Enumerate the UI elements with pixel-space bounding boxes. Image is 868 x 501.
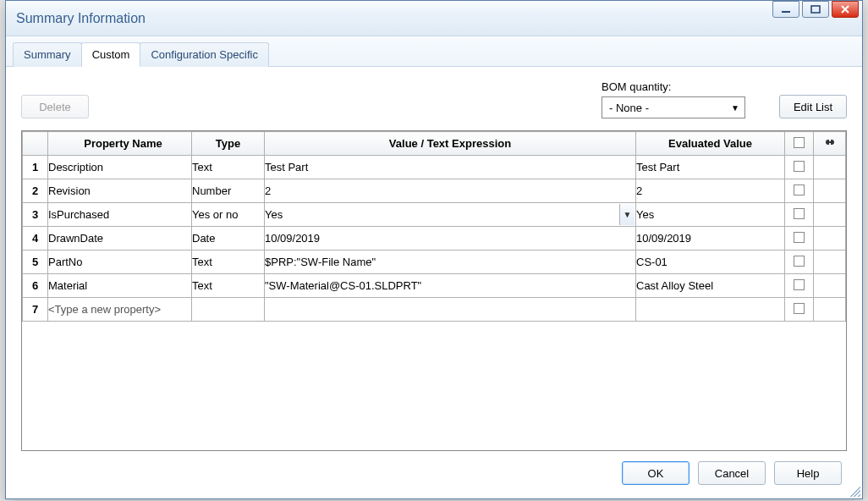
cell-evaluated-value: Yes (636, 203, 785, 227)
content-area: Delete BOM quantity: - None - ▼ Edit Lis… (6, 67, 862, 498)
cancel-button[interactable]: Cancel (698, 461, 766, 485)
cell-evaluated-value: CS-01 (636, 250, 785, 274)
cell-dropdown-button[interactable]: ▼ (619, 204, 635, 225)
cell-checkbox[interactable] (785, 298, 814, 322)
col-header-link[interactable] (814, 132, 846, 156)
svg-rect-1 (811, 6, 820, 13)
tab-configuration-specific[interactable]: Configuration Specific (140, 42, 268, 67)
bom-quantity-value: - None - (609, 102, 649, 114)
cell-type[interactable]: Yes or no (192, 203, 265, 227)
cell-link[interactable] (814, 250, 846, 274)
table-row-new[interactable]: 7<Type a new property> (23, 298, 846, 322)
checkbox-icon (794, 256, 805, 267)
checkbox-icon (794, 303, 805, 314)
close-button[interactable] (832, 1, 859, 18)
close-icon (840, 5, 850, 14)
toolbar-right: BOM quantity: - None - ▼ Edit List (602, 80, 847, 118)
cell-type[interactable]: Text (192, 250, 265, 274)
cell-property-name[interactable]: IsPurchased (48, 203, 192, 227)
window-title: Summary Information (16, 11, 146, 26)
table-row[interactable]: 1DescriptionTextTest PartTest Part (23, 156, 846, 179)
cell-link[interactable] (814, 298, 846, 322)
cell-type[interactable]: Number (192, 179, 265, 203)
cell-evaluated-value: Cast Alloy Steel (636, 274, 785, 298)
empty-cell[interactable] (265, 298, 636, 322)
table-row[interactable]: 4DrawnDateDate10/09/201910/09/2019 (23, 227, 846, 250)
cell-checkbox[interactable] (785, 250, 814, 274)
new-property-placeholder[interactable]: <Type a new property> (48, 298, 192, 322)
col-header-evaluated-value[interactable]: Evaluated Value (636, 132, 785, 156)
checkbox-icon (794, 137, 805, 148)
checkbox-icon (794, 279, 805, 290)
cell-link[interactable] (814, 227, 846, 250)
col-header-checkbox[interactable] (785, 132, 814, 156)
col-header-type[interactable]: Type (192, 132, 265, 156)
edit-list-button[interactable]: Edit List (779, 95, 847, 118)
window-controls (772, 1, 859, 18)
cell-checkbox[interactable] (785, 156, 814, 179)
cell-checkbox[interactable] (785, 179, 814, 203)
cell-evaluated-value: 10/09/2019 (636, 227, 785, 250)
link-icon (822, 137, 838, 147)
checkbox-icon (794, 161, 805, 172)
cell-checkbox[interactable] (785, 227, 814, 250)
cell-property-name[interactable]: PartNo (48, 250, 192, 274)
maximize-icon (810, 5, 821, 14)
row-number: 2 (23, 179, 48, 203)
cell-value-expression[interactable]: Yes▼ (265, 203, 636, 227)
row-number: 6 (23, 274, 48, 298)
minimize-icon (781, 5, 791, 14)
chevron-down-icon: ▼ (731, 103, 739, 113)
help-button[interactable]: Help (774, 461, 842, 485)
cell-link[interactable] (814, 179, 846, 203)
cell-type[interactable]: Date (192, 227, 265, 250)
cell-type[interactable]: Text (192, 274, 265, 298)
ok-button[interactable]: OK (622, 461, 689, 485)
empty-cell[interactable] (192, 298, 265, 322)
cell-property-name[interactable]: DrawnDate (48, 227, 192, 250)
tab-strip: Summary Custom Configuration Specific (6, 36, 862, 67)
checkbox-icon (794, 208, 805, 219)
empty-cell[interactable] (636, 298, 785, 322)
cell-value-expression[interactable]: 10/09/2019 (265, 227, 636, 250)
cell-link[interactable] (814, 274, 846, 298)
tab-custom[interactable]: Custom (81, 42, 141, 67)
row-number: 4 (23, 227, 48, 250)
dialog-window: Summary Information Summary Custom Confi… (5, 0, 863, 499)
grid-header-row: Property Name Type Value / Text Expressi… (23, 132, 846, 156)
col-header-value-expression[interactable]: Value / Text Expression (265, 132, 636, 156)
bom-quantity-select[interactable]: - None - ▼ (602, 96, 745, 118)
grid-corner (23, 132, 48, 156)
cell-property-name[interactable]: Material (48, 274, 192, 298)
cell-property-name[interactable]: Revision (48, 179, 192, 203)
maximize-button[interactable] (802, 1, 829, 18)
table-row[interactable]: 6MaterialText"SW-Material@CS-01.SLDPRT"C… (23, 274, 846, 298)
checkbox-icon (794, 184, 805, 195)
col-header-property-name[interactable]: Property Name (48, 132, 192, 156)
cell-value-expression[interactable]: 2 (265, 179, 636, 203)
cell-property-name[interactable]: Description (48, 156, 192, 179)
table-row[interactable]: 3IsPurchasedYes or noYes▼Yes (23, 203, 846, 227)
cell-checkbox[interactable] (785, 274, 814, 298)
properties-grid: Property Name Type Value / Text Expressi… (21, 130, 847, 451)
minimize-button[interactable] (772, 1, 799, 18)
checkbox-icon (794, 232, 805, 243)
tab-summary[interactable]: Summary (13, 42, 82, 67)
table-row[interactable]: 2RevisionNumber22 (23, 179, 846, 203)
table-row[interactable]: 5PartNoText$PRP:"SW-File Name"CS-01 (23, 250, 846, 274)
titlebar: Summary Information (6, 1, 862, 36)
cell-type[interactable]: Text (192, 156, 265, 179)
bom-quantity-block: BOM quantity: - None - ▼ (602, 80, 745, 118)
cell-value-expression[interactable]: Test Part (265, 156, 636, 179)
cell-value-expression[interactable]: "SW-Material@CS-01.SLDPRT" (265, 274, 636, 298)
toolbar: Delete BOM quantity: - None - ▼ Edit Lis… (21, 80, 847, 118)
cell-checkbox[interactable] (785, 203, 814, 227)
cell-link[interactable] (814, 156, 846, 179)
cell-evaluated-value: 2 (636, 179, 785, 203)
cell-evaluated-value: Test Part (636, 156, 785, 179)
resize-grip[interactable] (847, 483, 860, 497)
cell-link[interactable] (814, 203, 846, 227)
cell-value-expression[interactable]: $PRP:"SW-File Name" (265, 250, 636, 274)
delete-button[interactable]: Delete (21, 95, 89, 118)
bom-quantity-label: BOM quantity: (602, 80, 745, 93)
